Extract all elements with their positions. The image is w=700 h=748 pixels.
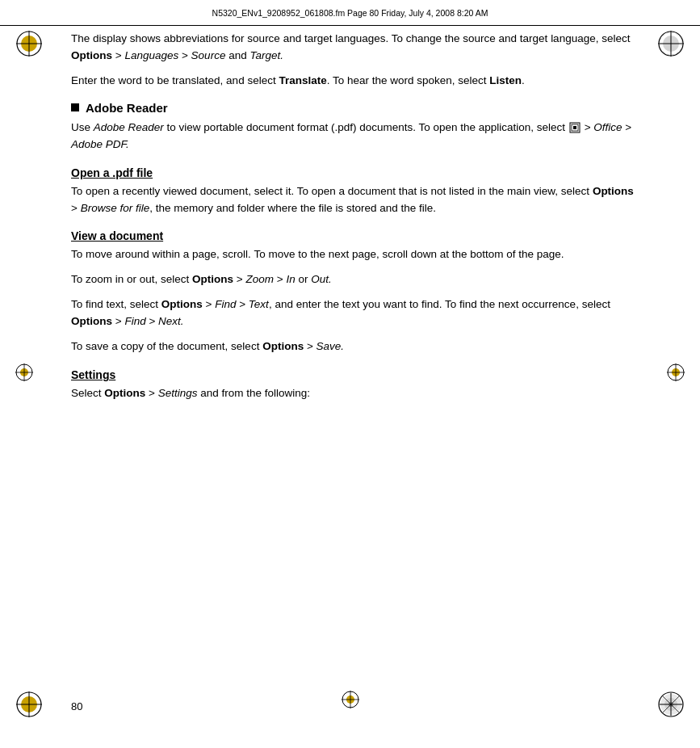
side-mark-left bbox=[15, 363, 34, 385]
side-mark-bottom-center bbox=[341, 690, 360, 712]
view-doc-paragraph-4: To save a copy of the document, select O… bbox=[71, 338, 642, 355]
corner-mark-tl bbox=[15, 29, 44, 58]
main-content: The display shows abbreviations for sour… bbox=[71, 31, 642, 691]
header-bar: N5320_ENv1_9208952_061808.fm Page 80 Fri… bbox=[0, 0, 700, 26]
side-mark-right bbox=[666, 363, 685, 385]
view-doc-paragraph-3: To find text, select Options > Find > Te… bbox=[71, 296, 642, 330]
corner-mark-bl bbox=[15, 690, 44, 719]
open-pdf-paragraph: To open a recently viewed document, sele… bbox=[71, 183, 642, 217]
settings-heading: Settings bbox=[71, 368, 642, 381]
view-document-heading: View a document bbox=[71, 229, 642, 242]
adobe-reader-intro: Use Adobe Reader to view portable docume… bbox=[71, 120, 642, 153]
intro-paragraph-1: The display shows abbreviations for sour… bbox=[71, 31, 642, 65]
adobe-reader-heading-text: Adobe Reader bbox=[86, 101, 168, 115]
page-number: 80 bbox=[71, 700, 82, 712]
page: N5320_ENv1_9208952_061808.fm Page 80 Fri… bbox=[0, 0, 700, 748]
header-text: N5320_ENv1_9208952_061808.fm Page 80 Fri… bbox=[212, 8, 488, 18]
intro-paragraph-2: Enter the word to be translated, and sel… bbox=[71, 73, 642, 90]
bullet-icon bbox=[71, 103, 79, 111]
settings-paragraph: Select Options > Settings and from the f… bbox=[71, 385, 642, 402]
corner-mark-br bbox=[656, 690, 685, 719]
open-pdf-heading: Open a .pdf file bbox=[71, 166, 642, 179]
view-doc-paragraph-2: To zoom in or out, select Options > Zoom… bbox=[71, 271, 642, 288]
adobe-reader-heading: Adobe Reader bbox=[71, 101, 642, 115]
svg-rect-38 bbox=[573, 126, 576, 129]
corner-mark-tr bbox=[656, 29, 685, 58]
view-doc-paragraph-1: To move around within a page, scroll. To… bbox=[71, 246, 642, 263]
